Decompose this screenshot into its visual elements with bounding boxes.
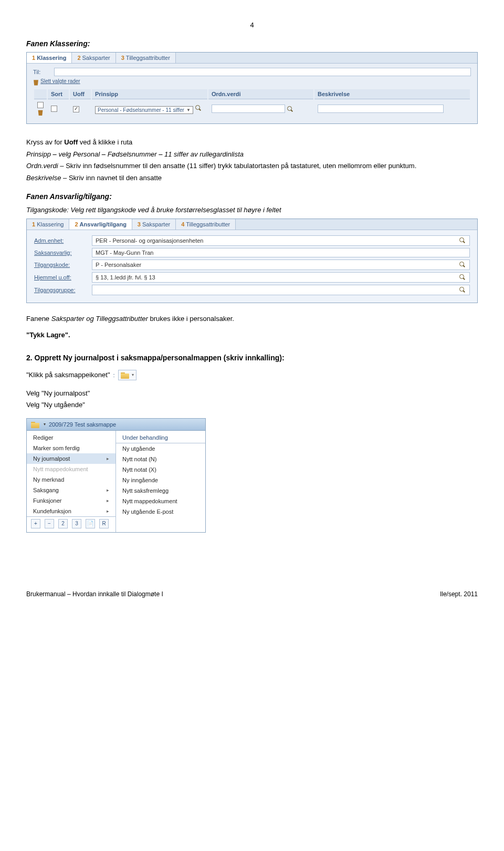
table-row: Personal - Fødselsnummer - 11 siffer▼	[34, 100, 470, 118]
input-tilgangskode[interactable]: P - Personalsaker	[92, 260, 470, 270]
input-admenhet[interactable]: PER - Personal- og organisasjonsenheten	[92, 235, 470, 246]
dropdown-arrow-icon: ▾	[132, 372, 134, 377]
label-admenhet: Adm.enhet:	[34, 237, 92, 244]
submenu-arrow-icon: ▸	[107, 456, 109, 461]
label-hjemmel: Hjemmel u.off:	[34, 274, 92, 281]
row-checkbox[interactable]	[37, 102, 44, 108]
screenshot-klassering: 1Klassering 2Saksparter 3Tilleggsattribu…	[26, 52, 478, 124]
trash-icon	[33, 79, 39, 86]
menu-item-nytt-mappedokument: Nytt mappedokument	[27, 464, 116, 474]
menu-item-nytt-notat-n[interactable]: Nytt notat (N)	[116, 454, 205, 464]
menu-item-saksgang[interactable]: Saksgang▸	[27, 485, 116, 495]
prinsipp-select[interactable]: Personal - Fødselsnummer - 11 siffer▼	[95, 106, 193, 114]
col-beskrivelse: Beskrivelse	[314, 89, 470, 99]
col-prinsipp: Prinsipp	[92, 89, 207, 99]
label-saksansvarlig: Saksansvarlig:	[34, 250, 92, 256]
menu-item-marker-ferdig[interactable]: Marker som ferdig	[27, 443, 116, 453]
heading-klassering: Fanen Klassering:	[26, 39, 478, 48]
search-icon[interactable]	[459, 237, 466, 244]
search-icon[interactable]	[459, 274, 466, 281]
klassering-table: Sort Uoff Prinsipp Ordn.verdi Beskrivels…	[33, 88, 471, 119]
saksmappe-icon-button[interactable]: ▾	[118, 370, 136, 380]
footer-left: Brukermanual – Hvordan innkalle til Dial…	[26, 590, 163, 598]
input-tilgangsgruppe[interactable]	[92, 285, 470, 295]
foot-btn-expand[interactable]: +	[31, 519, 40, 528]
tab-tilleggsattributter[interactable]: 3Tilleggsattributter	[116, 53, 176, 63]
tab-klassering-2[interactable]: 1Klassering	[27, 219, 69, 230]
tab-row-1: 1Klassering 2Saksparter 3Tilleggsattribu…	[27, 53, 477, 64]
uoff-checkbox[interactable]	[73, 106, 79, 112]
menu-item-ny-inngaaende[interactable]: Ny inngående	[116, 475, 205, 485]
til-label: Til:	[33, 69, 54, 75]
heading-section-2: 2. Opprett Ny journalpost i saksmappa/pe…	[26, 354, 478, 362]
paragraph-tykk-lagre: "Tykk Lagre".	[26, 330, 478, 340]
search-icon[interactable]	[195, 105, 202, 112]
menu-titlebar[interactable]: ▾ 2009/729 Test saksmappe	[27, 419, 205, 431]
menu-item-funksjoner[interactable]: Funksjoner▸	[27, 495, 116, 506]
menu-item-ny-utgaaende[interactable]: Ny utgående	[116, 443, 205, 454]
menu-item-nytt-notat-x[interactable]: Nytt notat (X)	[116, 464, 205, 475]
search-icon[interactable]	[287, 106, 294, 113]
tab-klassering[interactable]: 1Klassering	[27, 53, 72, 63]
menu-item-nytt-mappedokument-2[interactable]: Nytt mappedokument	[116, 496, 205, 506]
heading-ansvarlig: Fanen Ansvarlig/tilgang:	[26, 192, 478, 201]
paragraph-klikk-saksmappeikon: "Klikk på saksmappeikonet"	[26, 371, 110, 379]
paragraph-fanene-notused: Fanene Saksparter og Tilleggsattributter…	[26, 314, 478, 324]
screenshot-ansvarlig: 1Klassering 2Ansvarlig/tilgang 3Sakspart…	[26, 219, 478, 303]
menu-right-column: Under behandling Ny utgående Nytt notat …	[116, 431, 205, 532]
foot-btn-r[interactable]: R	[99, 519, 109, 528]
delete-selected-rows[interactable]: Slett valgte rader	[33, 78, 471, 86]
submenu-arrow-icon: ▸	[107, 487, 109, 493]
footer-right: Ile/sept. 2011	[440, 590, 478, 598]
dropdown-arrow-icon: ▾	[44, 422, 46, 427]
tab-ansvarlig-tilgang[interactable]: 2Ansvarlig/tilgang	[69, 219, 132, 230]
paragraph-tilgangskode: Tilgangskode: Velg rett tilgangskode ved…	[26, 205, 478, 215]
ordnverdi-input[interactable]	[212, 105, 285, 113]
submenu-arrow-icon: ▸	[107, 498, 109, 503]
beskrivelse-input[interactable]	[318, 105, 444, 113]
input-hjemmel[interactable]: § 13, 1.ledd jfr. fvl. § 13	[92, 272, 470, 283]
input-saksansvarlig[interactable]: MGT - May-Gunn Tran	[92, 248, 470, 257]
tab-saksparter[interactable]: 2Saksparter	[72, 53, 116, 63]
tab-row-2: 1Klassering 2Ansvarlig/tilgang 3Sakspart…	[27, 219, 477, 230]
foot-btn-pdf[interactable]: 📄	[86, 519, 95, 528]
page-footer: Brukermanual – Hvordan innkalle til Dial…	[26, 590, 478, 598]
menu-item-nytt-saksfremlegg[interactable]: Nytt saksfremlegg	[116, 485, 205, 496]
tab-saksparter-2[interactable]: 3Saksparter	[132, 219, 176, 230]
sort-checkbox[interactable]	[51, 106, 57, 112]
foot-btn-3[interactable]: 3	[72, 519, 81, 528]
paragraph-klassering-instructions: Kryss av for Uoff ved å klikke i ruta Pr…	[26, 137, 478, 183]
screenshot-context-menu: ▾ 2009/729 Test saksmappe Rediger Marker…	[26, 418, 206, 533]
case-title: 2009/729 Test saksmappe	[49, 421, 116, 428]
menu-item-rediger[interactable]: Rediger	[27, 432, 116, 443]
menu-footer-toolbar: + − 2 3 📄 R	[27, 516, 116, 531]
foot-btn-collapse[interactable]: −	[45, 519, 54, 528]
col-uoff: Uoff	[70, 89, 91, 99]
search-icon[interactable]	[459, 261, 466, 268]
label-tilgangskode: Tilgangskode:	[34, 262, 92, 268]
folder-icon	[31, 421, 40, 428]
menu-item-ny-journalpost[interactable]: Ny journalpost▸	[27, 453, 116, 464]
page-number: 4	[26, 21, 478, 29]
tab-tilleggsattributter-2[interactable]: 4Tilleggsattributter	[176, 219, 236, 230]
menu-status: Under behandling	[116, 432, 205, 443]
label-tilgangsgruppe: Tilgangsgruppe:	[34, 287, 92, 293]
paragraph-velg-journalpost: Velg "Ny journalpost"	[26, 388, 478, 399]
menu-item-kundefunksjon[interactable]: Kundefunksjon▸	[27, 506, 116, 516]
search-icon[interactable]	[459, 286, 466, 294]
menu-item-ny-utgaaende-epost[interactable]: Ny utgående E-post	[116, 506, 205, 517]
folder-icon	[121, 371, 130, 379]
paragraph-velg-utgaaende: Velg "Ny utgående"	[26, 400, 478, 410]
foot-btn-2[interactable]: 2	[58, 519, 68, 528]
menu-item-ny-merknad[interactable]: Ny merknad	[27, 474, 116, 485]
col-sort: Sort	[48, 89, 69, 99]
menu-left-column: Rediger Marker som ferdig Ny journalpost…	[27, 431, 116, 532]
col-ordnverdi: Ordn.verdi	[208, 89, 313, 99]
submenu-arrow-icon: ▸	[107, 508, 109, 514]
row-trash-icon[interactable]	[38, 109, 44, 116]
til-input[interactable]	[54, 68, 471, 76]
